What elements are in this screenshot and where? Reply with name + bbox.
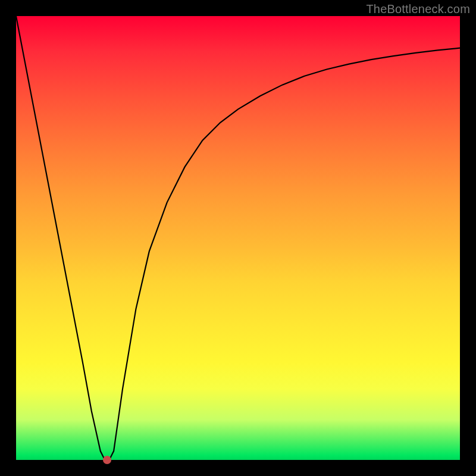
watermark-text: TheBottleneck.com [366, 2, 470, 16]
chart-frame: TheBottleneck.com [0, 0, 476, 476]
plot-area [16, 16, 460, 460]
optimal-point-marker [103, 456, 111, 464]
bottleneck-curve [16, 16, 460, 460]
